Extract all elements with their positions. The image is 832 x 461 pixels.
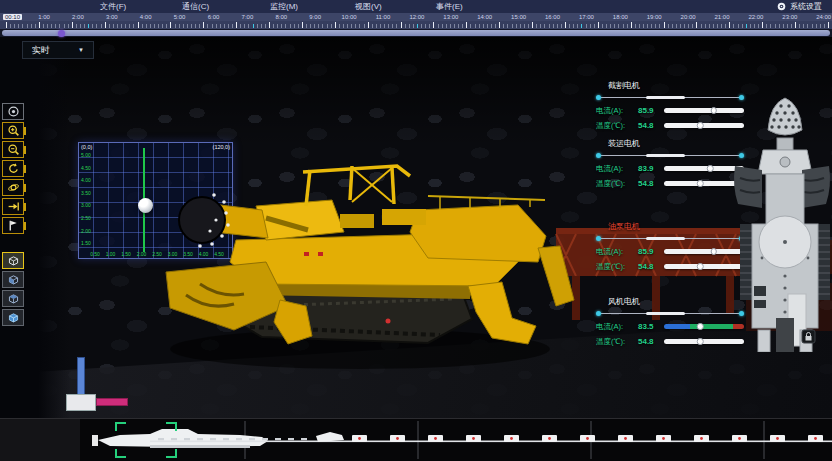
timeline-tick — [623, 24, 624, 28]
motor-range-slider[interactable] — [596, 235, 744, 241]
timeline-hour-label: 18:00 — [613, 14, 628, 20]
timeline-tick — [380, 24, 381, 28]
metric-bar-knob[interactable] — [697, 263, 704, 270]
view-cube-side-button[interactable] — [2, 271, 24, 288]
metric-bar-knob[interactable] — [710, 248, 717, 255]
timeline-tick — [133, 24, 134, 28]
timeline-tick — [725, 24, 726, 28]
timeline-tick — [232, 24, 233, 28]
metric-bar-knob[interactable] — [697, 180, 704, 187]
zoom-in-button[interactable] — [2, 122, 24, 139]
timeline-tick — [335, 22, 336, 28]
metric-value: 85.9 — [638, 106, 664, 115]
timeline-tick — [450, 24, 451, 28]
timeline-tick — [594, 24, 595, 28]
view-cube-front-button[interactable] — [2, 252, 24, 269]
timeline-tick — [27, 24, 28, 28]
timeline-tick — [553, 24, 554, 28]
view-cube-top-button[interactable] — [2, 290, 24, 307]
timeline-tick — [795, 22, 796, 28]
timeline-tick — [101, 24, 102, 28]
timeline-tick — [598, 22, 599, 28]
metric-value: 54.8 — [638, 262, 664, 271]
timeline-tick — [495, 24, 496, 28]
focus-target-button[interactable] — [2, 103, 24, 120]
timeline-tick — [10, 24, 11, 28]
timeline-tick — [351, 24, 352, 28]
timeline-tick — [31, 24, 32, 28]
timeline-tick — [236, 22, 237, 28]
timeline-tick — [248, 24, 249, 28]
timeline-tick — [322, 24, 323, 28]
motor-panel-2: 油泵电机电流(A):85.9温度(℃):54.8 — [594, 221, 746, 274]
mode-dropdown[interactable]: 实时 ▼ — [22, 41, 94, 59]
flag-marker-button[interactable] — [2, 217, 24, 234]
timeline-tick — [446, 24, 447, 28]
orbit-view-button[interactable] — [2, 179, 24, 196]
view-toolbar — [2, 103, 24, 326]
timeline-hour-label: 12:00 — [409, 14, 424, 20]
3d-viewport[interactable]: (0,0) (120,0) 5.004.504.003.503.002.502.… — [0, 37, 832, 461]
timeline-tick — [458, 24, 459, 28]
metric-bar-knob[interactable] — [697, 323, 704, 330]
timeline-tick — [544, 24, 545, 28]
motor-panel-3: 风机电机电流(A):83.5温度(℃):54.8 — [594, 296, 746, 349]
menu-item-2[interactable]: 监控(M) — [266, 0, 302, 13]
timeline-tick — [631, 22, 632, 28]
system-settings-button[interactable]: 系统设置 — [777, 0, 822, 13]
orbit-view-icon — [7, 181, 20, 194]
timeline-tick — [684, 24, 685, 28]
system-settings-label: 系统设置 — [790, 1, 822, 12]
pan-view-button[interactable] — [2, 198, 24, 215]
timeline-hour-label: 1:00 — [38, 14, 50, 20]
metric-value: 83.9 — [638, 164, 664, 173]
menu-item-1[interactable]: 通信(C) — [178, 0, 213, 13]
menu-item-0[interactable]: 文件(F) — [96, 0, 130, 13]
motor-range-slider[interactable] — [596, 310, 744, 316]
motor-range-slider[interactable] — [596, 94, 744, 100]
zoom-out-button[interactable] — [2, 141, 24, 158]
focus-target-icon — [7, 105, 20, 118]
metric-bar-knob[interactable] — [697, 338, 704, 345]
timeline-tick — [331, 24, 332, 28]
playhead-marker[interactable] — [58, 30, 65, 37]
timeline-tick — [269, 22, 270, 28]
metric-label: 温度(℃): — [596, 337, 638, 347]
origin-cube — [66, 394, 96, 411]
timeline-tick — [347, 24, 348, 28]
timeline-ruler[interactable]: 00:101:002:003:004:005:006:007:008:009:0… — [0, 13, 832, 29]
timeline-scrollbar[interactable] — [0, 29, 832, 37]
timeline-tick — [273, 24, 274, 28]
menu-item-4[interactable]: 事件(E) — [432, 0, 467, 13]
timeline-tick — [405, 24, 406, 28]
timeline-tick — [709, 24, 710, 28]
timeline-tick — [696, 22, 697, 28]
rotate-view-button[interactable] — [2, 160, 24, 177]
metric-bar-knob[interactable] — [697, 122, 704, 129]
timeline-tick — [314, 24, 315, 28]
strip-conveyor-block — [580, 435, 595, 442]
timeline-tick — [717, 24, 718, 28]
motor-metric-row: 电流(A):85.9 — [594, 103, 746, 118]
timeline-tick — [610, 24, 611, 28]
equipment-train-strip[interactable] — [0, 418, 832, 461]
timeline-tick — [479, 24, 480, 28]
scrollbar-track[interactable] — [2, 30, 830, 36]
motor-range-slider[interactable] — [596, 152, 744, 158]
metric-bar-knob[interactable] — [710, 107, 717, 114]
metric-bar-knob[interactable] — [707, 165, 714, 172]
timeline-hour-label: 11:00 — [376, 14, 391, 20]
timeline-tick — [281, 24, 282, 28]
view-cube-iso-button[interactable] — [2, 309, 24, 326]
timeline-hour-label: 15:00 — [511, 14, 526, 20]
timeline-hour-label: 3:00 — [106, 14, 118, 20]
timeline-tick — [117, 24, 118, 28]
timeline-tick — [138, 22, 139, 28]
timeline-tick — [80, 24, 81, 28]
menu-item-3[interactable]: 视图(V) — [351, 0, 386, 13]
timeline-tick — [655, 24, 656, 28]
motor-metric-row: 温度(℃):54.8 — [594, 176, 746, 191]
timeline-tick — [6, 22, 7, 28]
timeline-tick — [388, 24, 389, 28]
timeline-tick — [729, 22, 730, 28]
